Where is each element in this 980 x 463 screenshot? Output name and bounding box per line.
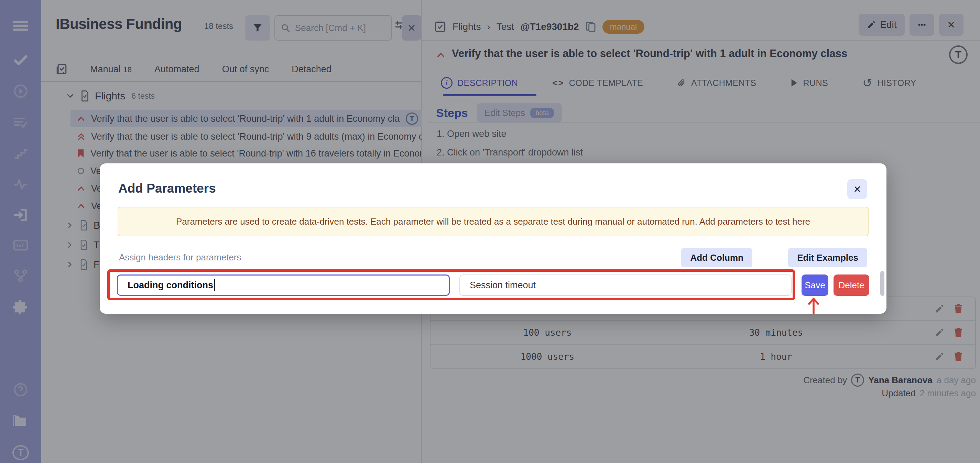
parameter-name-value: Loading conditions: [127, 280, 213, 291]
modal-close-button[interactable]: ✕: [847, 179, 867, 199]
parameter-value-input[interactable]: Session timeout: [460, 275, 792, 296]
parameter-value-text: Session timeout: [470, 280, 536, 291]
close-icon: ✕: [853, 184, 861, 195]
info-text: Parameters are used to create data-drive…: [176, 216, 810, 227]
edit-examples-button[interactable]: Edit Examples: [788, 248, 867, 267]
save-button[interactable]: Save: [802, 275, 828, 296]
app-window: T IBusiness Funding 18 tests Search [Cmd…: [0, 0, 980, 463]
info-banner: Parameters are used to create data-drive…: [118, 207, 869, 236]
parameter-name-input[interactable]: Loading conditions: [117, 275, 450, 296]
assign-headers-label: Assign headers for parameters: [119, 252, 242, 263]
modal-title: Add Parameters: [118, 181, 216, 196]
add-column-button[interactable]: Add Column: [681, 248, 752, 267]
annotation-arrow-icon: [807, 296, 821, 314]
modal-scrollbar[interactable]: [880, 271, 885, 296]
delete-button[interactable]: Delete: [834, 275, 869, 296]
text-caret: [214, 279, 215, 291]
add-parameters-modal: Add Parameters ✕ Parameters are used to …: [100, 163, 886, 314]
